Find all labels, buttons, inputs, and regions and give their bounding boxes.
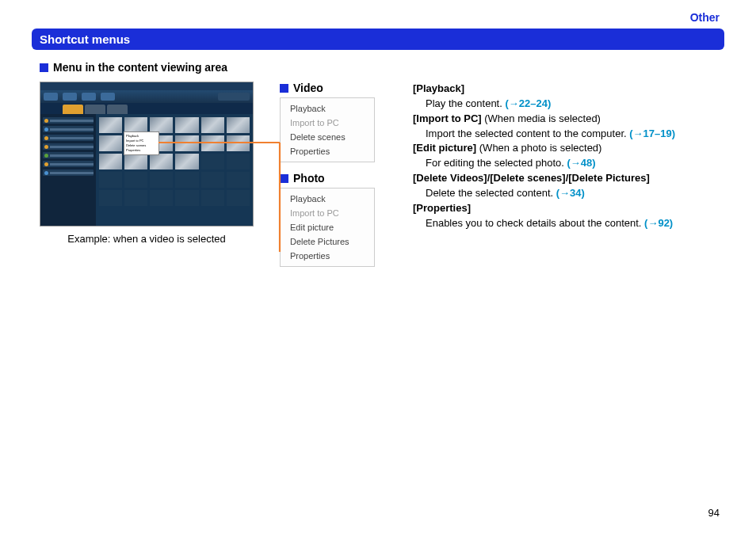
desc-body: Import the selected content to the compu… — [426, 128, 629, 139]
section-heading: Menu in the content viewing area — [40, 61, 724, 74]
desc-term: [Import to PC] — [413, 112, 482, 124]
menu-item-edit-picture[interactable]: Edit picture — [281, 220, 374, 234]
screenshot-caption: Example: when a video is selected — [40, 233, 254, 245]
desc-term: [Playback] — [413, 82, 464, 94]
page-ref-link[interactable]: (→48) — [567, 157, 596, 169]
menu-item-playback[interactable]: Playback — [281, 101, 374, 116]
desc-term: [Properties] — [413, 202, 471, 214]
section-heading-text: Menu in the content viewing area — [53, 61, 227, 74]
menu-item-import[interactable]: Import to PC — [281, 206, 374, 220]
page-ref-link[interactable]: (→34) — [556, 187, 585, 199]
description-import: [Import to PC] (When media is selected) … — [413, 112, 724, 142]
bullet-icon — [40, 63, 48, 72]
description-properties: [Properties] Enables you to check detail… — [413, 201, 724, 231]
description-playback: [Playback] Play the content. (→22–24) — [413, 82, 724, 112]
menu-item-delete-scenes[interactable]: Delete scenes — [281, 130, 374, 144]
video-shortcut-menu: Playback Import to PC Delete scenes Prop… — [280, 97, 375, 162]
bullet-icon — [280, 84, 288, 93]
page-ref-link[interactable]: (→17–19) — [629, 128, 675, 139]
page-ref-link[interactable]: (→22–24) — [505, 97, 551, 109]
menu-item-playback[interactable]: Playback — [281, 192, 374, 206]
description-delete: [Delete Videos]/[Delete scenes]/[Delete … — [413, 171, 724, 201]
desc-body: Delete the selected content. — [426, 187, 556, 199]
desc-body: For editing the selected photo. — [426, 157, 567, 169]
example-screenshot-column: Playback Import to PC Delete scenes Prop… — [40, 82, 265, 267]
popup-item: Properties — [126, 148, 157, 153]
page-number: 94 — [708, 507, 720, 519]
menu-item-properties[interactable]: Properties — [281, 249, 374, 263]
desc-body: Play the content. — [426, 97, 505, 109]
photo-menu-label: Photo — [293, 172, 325, 185]
desc-body: Enables you to check details about the c… — [426, 217, 644, 229]
desc-term: [Edit picture] — [413, 142, 476, 154]
photo-shortcut-menu: Playback Import to PC Edit picture Delet… — [280, 188, 375, 267]
descriptions-column: [Playback] Play the content. (→22–24) [I… — [413, 82, 724, 267]
photo-menu-heading: Photo — [280, 172, 399, 185]
video-menu-block: Video Playback Import to PC Delete scene… — [280, 82, 399, 162]
page-title: Shortcut menus — [32, 29, 724, 50]
description-edit-picture: [Edit picture] (When a photo is selected… — [413, 141, 724, 171]
photo-menu-block: Photo Playback Import to PC Edit picture… — [280, 172, 399, 267]
desc-note: (When media is selected) — [482, 112, 601, 124]
context-menu-popup: Playback Import to PC Delete scenes Prop… — [124, 131, 159, 155]
menu-item-delete-pictures[interactable]: Delete Pictures — [281, 234, 374, 249]
app-screenshot: Playback Import to PC Delete scenes Prop… — [40, 82, 254, 227]
category-label: Other — [690, 11, 720, 24]
menu-item-import[interactable]: Import to PC — [281, 116, 374, 130]
desc-note: (When a photo is selected) — [476, 142, 601, 154]
menu-item-properties[interactable]: Properties — [281, 144, 374, 158]
desc-term: [Delete Videos]/[Delete scenes]/[Delete … — [413, 172, 650, 184]
bullet-icon — [280, 174, 288, 183]
video-menu-label: Video — [293, 82, 323, 94]
page-ref-link[interactable]: (→92) — [644, 217, 673, 229]
video-menu-heading: Video — [280, 82, 399, 94]
menu-samples-column: Video Playback Import to PC Delete scene… — [280, 82, 399, 267]
